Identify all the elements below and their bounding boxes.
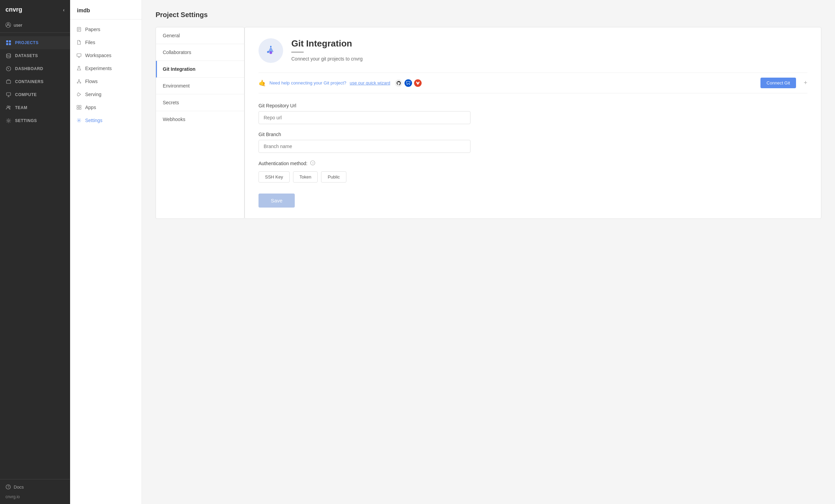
- help-circle-icon: ?: [310, 160, 315, 167]
- settings-nav-environment[interactable]: Environment: [156, 78, 244, 94]
- papers-icon: [76, 27, 82, 32]
- sidebar-item-compute[interactable]: COMPUTE: [0, 88, 70, 101]
- experiments-label: Experiments: [85, 66, 112, 71]
- svg-point-17: [79, 80, 80, 81]
- projects-label: PROJECTS: [15, 40, 39, 45]
- settings-gear-icon: [76, 118, 82, 123]
- wave-icon: 🤙: [259, 79, 266, 87]
- team-label: TEAM: [15, 105, 27, 110]
- svg-rect-23: [79, 108, 81, 109]
- svg-rect-1: [6, 40, 8, 42]
- secondary-nav-settings[interactable]: Settings: [70, 114, 142, 127]
- dashboard-icon: [5, 66, 12, 72]
- main-content-area: Project Settings General Collaborators G…: [142, 0, 835, 504]
- gitlab-icon: [414, 79, 422, 87]
- sidebar-item-datasets[interactable]: DATASETS: [0, 49, 70, 62]
- team-icon: [5, 105, 12, 111]
- auth-method-label: Authentication method: ?: [259, 160, 807, 167]
- secondary-nav-files[interactable]: Files: [70, 36, 142, 49]
- svg-point-7: [8, 68, 9, 69]
- svg-point-26: [267, 51, 269, 53]
- svg-rect-3: [6, 43, 8, 45]
- settings-nav-panel: General Collaborators Git Integration En…: [156, 27, 244, 219]
- svg-text:?: ?: [8, 485, 10, 489]
- sidebar-item-settings[interactable]: SETTINGS: [0, 114, 70, 127]
- git-title-block: Git Integration Connect your git project…: [291, 38, 363, 62]
- datasets-label: DATASETS: [15, 53, 38, 58]
- svg-rect-22: [77, 108, 79, 109]
- compute-icon: [5, 92, 12, 98]
- branch-input[interactable]: [259, 140, 470, 153]
- sidebar-item-projects[interactable]: PROJECTS: [0, 36, 70, 49]
- repo-url-input[interactable]: [259, 111, 470, 124]
- svg-rect-2: [9, 40, 11, 42]
- repo-url-group: Git Repository Url: [259, 103, 807, 124]
- settings-label: SETTINGS: [15, 118, 37, 123]
- workspaces-label: Workspaces: [85, 53, 111, 58]
- svg-rect-20: [77, 105, 79, 107]
- git-integration-content: Git Integration Connect your git project…: [244, 27, 821, 219]
- svg-text:?: ?: [312, 162, 314, 165]
- collapse-sidebar-button[interactable]: ‹: [63, 7, 65, 13]
- svg-point-18: [77, 82, 78, 83]
- flows-icon: [76, 79, 82, 84]
- secondary-nav-serving[interactable]: Serving: [70, 88, 142, 101]
- connect-git-button[interactable]: Connect Git: [760, 78, 796, 88]
- settings-nav-git-integration[interactable]: Git Integration: [156, 61, 244, 78]
- sidebar-secondary: imdb Papers Files Workspaces: [70, 0, 142, 504]
- save-button[interactable]: Save: [259, 194, 295, 208]
- datasets-icon: [5, 53, 12, 59]
- svg-point-25: [269, 51, 272, 54]
- secondary-nav-papers[interactable]: Papers: [70, 23, 142, 36]
- svg-point-10: [7, 106, 9, 108]
- docs-link[interactable]: ? Docs: [5, 484, 65, 490]
- secondary-nav: Papers Files Workspaces Experiments: [70, 19, 142, 504]
- dashboard-label: DASHBOARD: [15, 66, 43, 71]
- logo-area: cnvrg ‹: [0, 0, 70, 19]
- auth-public-button[interactable]: Public: [321, 171, 346, 183]
- secondary-nav-apps[interactable]: Apps: [70, 101, 142, 114]
- auth-token-button[interactable]: Token: [293, 171, 318, 183]
- svg-point-11: [9, 106, 10, 107]
- svg-rect-4: [9, 43, 11, 45]
- experiments-icon: [76, 66, 82, 71]
- sidebar-nav: PROJECTS DATASETS DASHBOARD CONTAINERS: [0, 33, 70, 479]
- settings-nav-collaborators[interactable]: Collaborators: [156, 44, 244, 61]
- settings-nav-webhooks[interactable]: Webhooks: [156, 111, 244, 128]
- brand-label: cnvrg.io: [5, 494, 65, 499]
- git-icon-wrapper: [259, 38, 283, 63]
- user-area[interactable]: user: [0, 19, 70, 33]
- git-logo-icon: [264, 44, 278, 57]
- containers-icon: [5, 79, 12, 85]
- secondary-nav-experiments[interactable]: Experiments: [70, 62, 142, 75]
- sidebar-left: cnvrg ‹ user PROJECTS DATASETS DASHB: [0, 0, 70, 504]
- serving-label: Serving: [85, 92, 101, 97]
- settings-icon: [5, 118, 12, 124]
- sidebar-item-containers[interactable]: CONTAINERS: [0, 75, 70, 88]
- flows-label: Flows: [85, 79, 98, 84]
- settings-nav-secrets[interactable]: Secrets: [156, 94, 244, 111]
- svg-rect-16: [77, 54, 81, 56]
- apps-icon: [76, 105, 82, 110]
- svg-point-5: [6, 54, 11, 55]
- help-link[interactable]: use our quick wizard: [350, 80, 390, 85]
- workspaces-icon: [76, 53, 82, 58]
- auth-buttons-group: SSH Key Token Public: [259, 171, 807, 183]
- title-underline: [291, 52, 304, 53]
- sidebar-item-team[interactable]: TEAM: [0, 101, 70, 114]
- git-integration-description: Connect your git projects to cnvrg: [291, 56, 363, 62]
- help-text[interactable]: Need help connecting your Git project?: [269, 80, 346, 85]
- page-title: Project Settings: [156, 11, 821, 19]
- containers-label: CONTAINERS: [15, 79, 43, 84]
- secondary-nav-flows[interactable]: Flows: [70, 75, 142, 88]
- svg-point-27: [270, 46, 271, 47]
- papers-label: Papers: [85, 27, 100, 32]
- git-integration-title: Git Integration: [291, 38, 363, 49]
- sidebar-item-dashboard[interactable]: DASHBOARD: [0, 62, 70, 75]
- logo-text: cnvrg: [5, 6, 22, 13]
- secondary-nav-workspaces[interactable]: Workspaces: [70, 49, 142, 62]
- files-label: Files: [85, 40, 95, 45]
- settings-nav-general[interactable]: General: [156, 27, 244, 44]
- compute-label: COMPUTE: [15, 92, 37, 97]
- auth-ssh-key-button[interactable]: SSH Key: [259, 171, 290, 183]
